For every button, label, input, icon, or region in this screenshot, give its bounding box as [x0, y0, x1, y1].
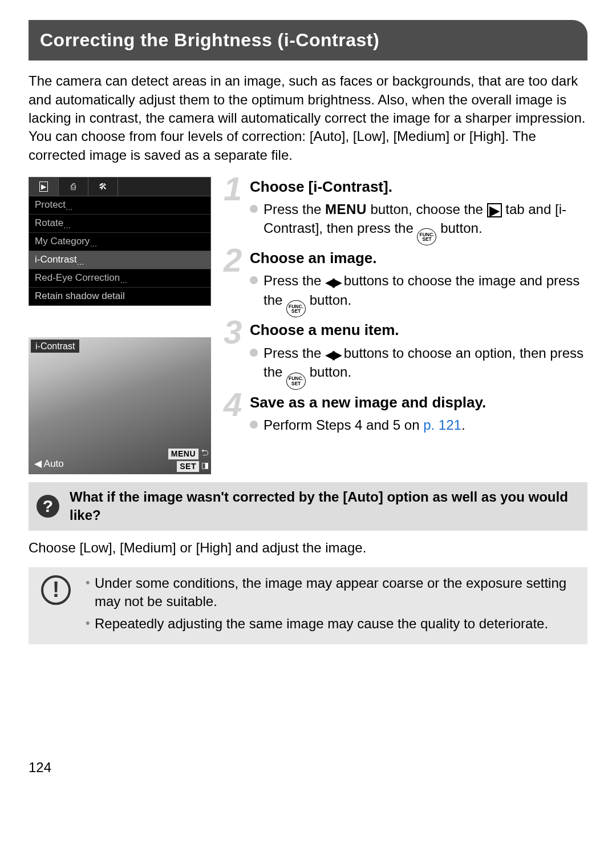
page-title: Correcting the Brightness (i-Contrast) — [29, 20, 587, 60]
left-right-arrows-icon: ◀▶ — [325, 275, 340, 289]
left-right-arrows-icon: ◀▶ — [325, 348, 340, 362]
step-4: 4 Save as a new image and display. Perfo… — [224, 393, 587, 434]
preview-screenshot: i-Contrast ◀ Auto MENU⮌ SET◨ — [29, 337, 211, 474]
question-mark-icon: ? — [37, 495, 59, 518]
step-3: 3 Choose a menu item. Press the ◀▶ butto… — [224, 320, 587, 389]
step-1: 1 Choose [i-Contrast]. Press the MENU bu… — [224, 177, 587, 245]
step-number: 1 — [224, 167, 241, 211]
question-box: ? What if the image wasn't corrected by … — [29, 482, 587, 531]
step-heading: Save as a new image and display. — [250, 393, 587, 413]
menu-item: Protect… — [29, 196, 210, 215]
question-answer: Choose [Low], [Medium] or [High] and adj… — [29, 539, 587, 557]
menu-item: Red-Eye Correction… — [29, 269, 210, 288]
menu-screenshot: ▶ ⎙ 🛠 Protect…Rotate…My Category…i-Contr… — [29, 177, 211, 306]
step-heading: Choose an image. — [250, 248, 587, 268]
func-set-icon: FUNC.SET — [417, 228, 436, 245]
bullet-icon — [250, 205, 258, 213]
step-body: Perform Steps 4 and 5 on p. 121. — [264, 416, 465, 434]
func-set-icon: FUNC.SET — [286, 300, 306, 317]
step-body: Press the ◀▶ buttons to choose the image… — [264, 272, 587, 317]
tools-tab-icon: 🛠 — [88, 177, 118, 196]
step-body: Press the ◀▶ buttons to choose an option… — [264, 344, 587, 390]
caution-item: Under some conditions, the image may app… — [86, 574, 577, 611]
step-2: 2 Choose an image. Press the ◀▶ buttons … — [224, 248, 587, 317]
intro-paragraph: The camera can detect areas in an image,… — [29, 72, 587, 164]
step-number: 2 — [224, 238, 241, 282]
page-number: 124 — [29, 758, 587, 777]
menu-footer: Retain shadow detail — [29, 288, 210, 305]
step-number: 3 — [224, 310, 241, 354]
menu-item: Rotate… — [29, 215, 210, 233]
step-body: Press the MENU button, choose the ▶ tab … — [264, 200, 587, 245]
print-tab-icon: ⎙ — [59, 177, 88, 196]
bullet-icon — [250, 421, 258, 429]
caution-box: ! Under some conditions, the image may a… — [29, 567, 587, 644]
menu-button-label: MENU — [325, 201, 367, 217]
menu-item: i-Contrast… — [29, 251, 210, 269]
func-set-icon: FUNC.SET — [286, 373, 306, 390]
playback-icon: ▶ — [487, 203, 502, 217]
set-tag: SET — [177, 461, 199, 472]
menu-tag: MENU — [168, 449, 198, 459]
step-heading: Choose [i-Contrast]. — [250, 177, 587, 197]
bullet-icon — [250, 276, 258, 284]
caution-item: Repeatedly adjusting the same image may … — [86, 615, 577, 633]
step-number: 4 — [224, 382, 241, 427]
preview-label: i-Contrast — [31, 340, 79, 353]
preview-mode: ◀ Auto — [34, 458, 64, 471]
page-link[interactable]: p. 121 — [423, 417, 461, 433]
playback-tab-icon: ▶ — [29, 177, 59, 196]
exclamation-icon: ! — [41, 575, 71, 605]
step-heading: Choose a menu item. — [250, 320, 587, 340]
menu-item: My Category… — [29, 233, 210, 251]
bullet-icon — [250, 349, 258, 357]
